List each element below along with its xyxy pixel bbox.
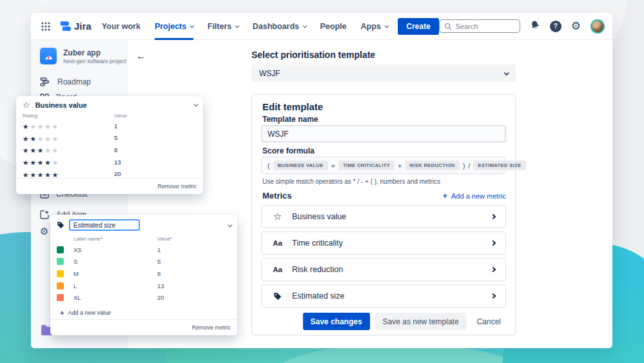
star-filled-icon[interactable]: ★	[44, 159, 50, 166]
star-filled-icon[interactable]: ★	[30, 159, 35, 166]
collapse-chevron-icon[interactable]	[228, 222, 231, 226]
value-column-label: Value*	[157, 236, 172, 242]
nav-item-filters[interactable]: Filters	[208, 13, 239, 40]
save-as-new-template-button[interactable]: Save as new template	[375, 313, 467, 330]
app-switcher-icon[interactable]	[41, 22, 50, 31]
nav-item-label: Your work	[102, 22, 141, 31]
star-filled-icon[interactable]: ★	[30, 171, 35, 179]
template-name-input[interactable]	[261, 125, 506, 142]
template-name-label: Template name	[262, 115, 318, 124]
formula-help-text: Use simple match operators as * / - + ( …	[262, 178, 440, 185]
remove-metric-link[interactable]: Remove metric	[191, 324, 231, 331]
screen: Jira Your workProjectsFiltersDashboardsP…	[0, 0, 644, 363]
settings-gear-icon[interactable]: ⚙	[571, 21, 581, 32]
star-rating[interactable]: ★★★★★	[23, 132, 114, 144]
star-filled-icon[interactable]: ★	[23, 146, 28, 154]
cancel-button[interactable]: Cancel	[472, 313, 506, 330]
star-filled-icon[interactable]: ★	[23, 171, 28, 179]
formula-metric-chip[interactable]: BUSINESS VALUE	[273, 161, 328, 170]
formula-metric-chip[interactable]: ESTIMATED SIZE	[473, 161, 525, 170]
star-empty-icon[interactable]: ★	[37, 135, 43, 142]
star-empty-icon[interactable]: ★	[30, 123, 35, 130]
star-empty-icon[interactable]: ★	[52, 123, 58, 130]
estimated-size-popup-header	[50, 215, 237, 233]
chevron-down-icon	[385, 24, 389, 28]
star-empty-icon[interactable]: ★	[37, 123, 43, 130]
label-value: 1	[157, 246, 161, 253]
star-filled-icon[interactable]: ★	[23, 159, 28, 166]
search-box[interactable]	[439, 19, 520, 33]
color-swatch[interactable]	[57, 246, 64, 253]
label-name: L	[73, 282, 157, 289]
formula-metric-chip[interactable]: RISK REDUCTION	[405, 161, 460, 170]
user-avatar[interactable]	[590, 19, 605, 34]
project-header[interactable]: ☁ Zuber app Next-gen software project	[40, 48, 126, 64]
star-filled-icon[interactable]: ★	[30, 146, 35, 154]
rating-row: ★★★★★1	[23, 120, 197, 132]
popup-footer: Remove metric	[50, 319, 237, 335]
jira-logo[interactable]: Jira	[59, 21, 92, 32]
nav-item-label: People	[320, 22, 347, 31]
metric-row-business-value[interactable]: ☆Business value	[261, 205, 506, 228]
project-settings-gear-icon[interactable]: ⚙	[40, 226, 48, 237]
color-swatch[interactable]	[57, 294, 64, 301]
metric-name-input[interactable]	[69, 219, 140, 231]
chevron-down-icon	[303, 24, 307, 28]
star-empty-icon[interactable]: ★	[44, 123, 50, 130]
star-filled-icon[interactable]: ★	[37, 171, 43, 179]
star-empty-icon[interactable]: ★	[52, 146, 58, 154]
star-empty-icon[interactable]: ★	[44, 146, 50, 154]
roadmap-icon	[40, 77, 50, 86]
metric-row-time-criticality[interactable]: AaTime criticality	[261, 231, 506, 255]
nav-item-projects[interactable]: Projects	[155, 13, 193, 40]
remove-metric-link[interactable]: Remove metric	[157, 183, 197, 190]
rating-table-header: Rating Value	[16, 111, 203, 119]
collapse-chevron-icon[interactable]	[193, 103, 197, 106]
star-filled-icon[interactable]: ★	[37, 159, 43, 166]
star-rating[interactable]: ★★★★★	[23, 120, 114, 132]
create-button[interactable]: Create	[398, 18, 438, 35]
nav-item-your-work[interactable]: Your work	[102, 13, 141, 40]
star-filled-icon[interactable]: ★	[44, 171, 50, 179]
search-input[interactable]	[456, 23, 511, 30]
help-icon[interactable]: ?	[550, 21, 561, 32]
formula-metric-chip[interactable]: TIME CRITICALITY	[338, 161, 395, 170]
chevron-down-icon	[190, 24, 194, 28]
add-metric-button[interactable]: + Add a new metric	[442, 191, 506, 201]
add-metric-label: Add a new metric	[451, 192, 506, 200]
sidebar-item-roadmap[interactable]: Roadmap	[40, 76, 91, 88]
star-empty-icon[interactable]: ★	[52, 159, 58, 166]
back-arrow-icon[interactable]: ←	[136, 50, 146, 62]
nav-item-label: Projects	[155, 22, 186, 31]
star-filled-icon[interactable]: ★	[37, 146, 43, 154]
color-swatch[interactable]	[57, 282, 64, 289]
add-item-icon	[40, 210, 49, 219]
star-empty-icon[interactable]: ★	[44, 135, 50, 142]
star-filled-icon[interactable]: ★	[52, 171, 58, 179]
project-cloud-icon: ☁	[40, 48, 57, 64]
value-column-label: Value	[114, 113, 127, 119]
star-rating[interactable]: ★★★★★	[23, 144, 114, 155]
chevron-right-icon	[491, 267, 496, 272]
nav-item-apps[interactable]: Apps	[361, 13, 388, 40]
star-rating[interactable]: ★★★★★	[23, 156, 114, 168]
metric-row-estimated-size[interactable]: Estimated size	[261, 284, 506, 308]
nav-item-people[interactable]: People	[320, 13, 347, 40]
star-filled-icon[interactable]: ★	[23, 123, 28, 130]
score-formula-field[interactable]: (BUSINESS VALUE+TIME CRITICALITY+RISK RE…	[261, 157, 506, 174]
star-filled-icon[interactable]: ★	[30, 135, 35, 142]
formula-operator: +	[398, 162, 402, 170]
star-filled-icon[interactable]: ★	[23, 135, 28, 142]
metric-row-risk-reduction[interactable]: AaRisk reduction	[261, 258, 506, 281]
plus-icon: +	[442, 191, 447, 201]
add-value-button[interactable]: + Add a new value	[50, 304, 237, 317]
label-name: M	[73, 270, 157, 277]
star-empty-icon[interactable]: ★	[52, 135, 58, 142]
color-swatch[interactable]	[57, 258, 64, 265]
color-swatch[interactable]	[57, 270, 64, 277]
label-table-header: Label name* Value*	[50, 233, 237, 242]
save-changes-button[interactable]: Save changes	[303, 313, 370, 330]
template-dropdown[interactable]: WSJF	[251, 64, 516, 82]
nav-item-dashboards[interactable]: Dashboards	[253, 13, 306, 40]
notifications-icon[interactable]	[530, 20, 540, 33]
